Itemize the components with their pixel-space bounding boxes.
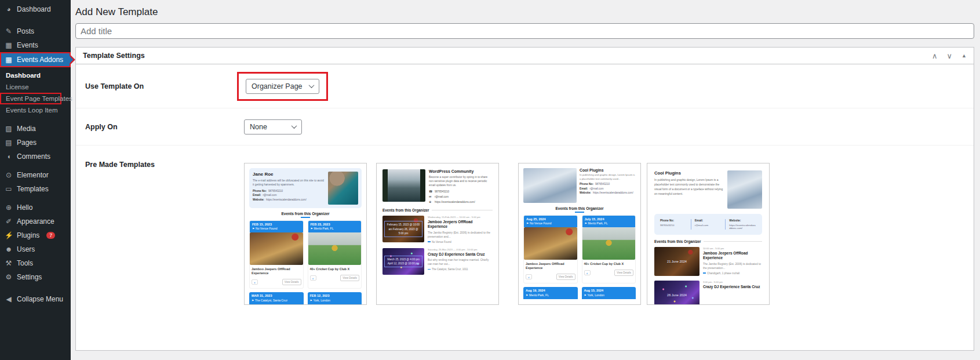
event-title: 40+ Cricket Cup by Club X — [582, 260, 636, 268]
sidebar-item-settings[interactable]: ⚙ Settings — [0, 270, 71, 284]
location-pin-icon: ⚑ — [526, 222, 529, 226]
move-down-icon[interactable]: ∨ — [947, 52, 953, 60]
heading-underline — [301, 217, 310, 218]
event-venue: Menlo Park, FL — [529, 293, 549, 297]
sliders-icon: ⚙ — [5, 273, 13, 281]
event-image-overlay-text: February 15, 2023 @ 10:00 am February 26… — [384, 221, 422, 237]
sidebar-item-tools[interactable]: ⚒ Tools — [0, 256, 71, 270]
use-template-on-label: Use Template On — [85, 82, 237, 90]
sidebar-item-plugins[interactable]: ⚡ Plugins 7 — [0, 228, 71, 242]
template-card-1[interactable]: Jane Roe The e-mail address will be obfu… — [244, 163, 367, 305]
submenu-item-event-page-templates[interactable]: Event Page Templates — [0, 93, 61, 104]
events-addons-submenu: Dashboard License Event Page Templates E… — [0, 67, 71, 122]
move-up-icon[interactable]: ∧ — [932, 52, 938, 60]
share-button[interactable]: ‹ — [526, 274, 532, 279]
premade-templates-row: Pre Made Templates Jane Roe The e-mail a… — [76, 146, 974, 351]
email-label: Email: — [580, 187, 588, 190]
event-image: 21 June 2024 — [654, 247, 700, 276]
event-venue: York, London — [588, 293, 604, 297]
event-venue: No Venue Found — [256, 227, 278, 231]
sidebar-item-events-addons[interactable]: ▦ Events Addons — [0, 52, 71, 67]
event-grid: FEB 15, 2023 ⚑No Venue Found Jamboo Jeep… — [249, 220, 362, 289]
event-date: Aug 25, 2024 — [526, 217, 575, 222]
sidebar-item-pages[interactable]: ▤ Pages — [0, 136, 71, 150]
sidebar-item-appearance[interactable]: ✐ Appearance — [0, 214, 71, 228]
use-template-on-select[interactable]: Organizer Page — [246, 79, 319, 94]
template-card-3[interactable]: Cool Plugins In publishing and graphic d… — [518, 163, 641, 305]
submenu-item-events-loop-item[interactable]: Events Loop Item — [0, 104, 71, 116]
share-button[interactable]: ‹ — [584, 270, 591, 275]
submenu-item-dashboard[interactable]: Dashboard — [0, 70, 71, 81]
user-icon: ☻ — [5, 245, 13, 253]
organizer-description: Become a super contributor by opting in … — [429, 175, 493, 187]
template-card-2[interactable]: WordPress Community Become a super contr… — [376, 163, 499, 305]
event-image — [524, 227, 577, 260]
plug-icon: ⚡ — [5, 231, 13, 239]
phone-label: Phone No: — [253, 190, 267, 192]
sidebar-item-elementor[interactable]: ⊙ Elementor — [0, 168, 71, 182]
organizer-photo — [328, 172, 358, 205]
event-date: FEB 23, 2023 — [311, 223, 359, 227]
location-pin-icon: ⚑ — [252, 299, 254, 303]
sidebar-item-events[interactable]: ▦ Events — [0, 38, 71, 52]
events-heading: Events from this Organizer — [523, 206, 636, 210]
sidebar-item-media[interactable]: ▨ Media — [0, 122, 71, 136]
phone-value: 9876543210 — [595, 183, 610, 186]
view-details-button[interactable]: View Details — [282, 279, 301, 285]
submenu-item-license[interactable]: License — [0, 81, 71, 93]
event-title: Jamboo Jeepers OffRoad Experience — [250, 265, 303, 278]
email-value: r@mail.com — [589, 187, 603, 190]
organizer-name: WordPress Community — [429, 169, 493, 173]
organizer-name: Cool Plugins — [580, 168, 636, 172]
event-title: Crazy DJ Experience Santa Cruz — [428, 252, 493, 257]
sidebar-item-dashboard[interactable]: ◕ Dashboard — [0, 0, 71, 16]
organizer-description: The e-mail address will be obfuscated on… — [253, 179, 325, 187]
event-date: July 15, 2024 — [585, 217, 633, 222]
sidebar-item-posts[interactable]: ✎ Posts — [0, 24, 71, 38]
event-date: MAR 31, 2023 — [252, 294, 301, 299]
view-details-button[interactable]: View Details — [556, 274, 575, 280]
venue-dash-icon — [428, 241, 431, 242]
sidebar-item-collapse-menu[interactable]: ◀ Collapse Menu — [0, 292, 71, 306]
apply-on-select[interactable]: None — [244, 119, 302, 134]
post-title-input[interactable] — [75, 23, 974, 39]
media-icon: ▨ — [5, 125, 13, 133]
sidebar-item-label: Collapse Menu — [17, 295, 63, 303]
event-image: March 25, 2023 @ 4:00 pm April 12, 2023 … — [382, 248, 424, 275]
template-card-4[interactable]: Cool Plugins In publishing and graphic d… — [647, 163, 770, 305]
sidebar-item-templates[interactable]: ▭ Templates — [0, 182, 71, 196]
event-datetime: 3:00 pm - 5:00 pm — [703, 281, 762, 283]
events-heading: Events from this Organizer — [654, 239, 701, 243]
sidebar-item-label: Users — [17, 245, 35, 253]
comment-bubble-icon: ◖ — [5, 152, 13, 161]
organizer-photo — [382, 169, 425, 202]
share-button[interactable]: ‹ — [310, 275, 316, 281]
event-card: Aug 25, 2024 ⚑No Venue Found Jamboo Jeep… — [523, 215, 578, 284]
share-icon: ‹ — [254, 281, 256, 284]
sidebar-item-users[interactable]: ☻ Users — [0, 242, 71, 256]
sidebar-item-label: Comments — [17, 152, 50, 161]
event-description: The Jambo Registry (Est. 2006) is dedica… — [703, 262, 762, 270]
metabox-title: Template Settings — [83, 52, 145, 60]
event-title: Jamboo Jeepers OffRoad Experience — [428, 220, 493, 230]
pushpin-icon: ✎ — [5, 27, 13, 35]
sidebar-item-hello[interactable]: ⊕ Hello — [0, 201, 71, 214]
share-button[interactable]: ‹ — [252, 279, 258, 285]
annotation-box-use-template-on: Organizer Page — [237, 72, 328, 101]
venue-dash-icon — [703, 272, 706, 274]
view-details-button[interactable]: View Details — [340, 275, 359, 281]
event-date-bar: Aug 25, 2024 ⚑No Venue Found — [524, 216, 577, 228]
phone-label: Phone No: — [580, 183, 593, 186]
sidebar-item-comments[interactable]: ◖ Comments — [0, 150, 71, 163]
calendar-addons-icon: ▦ — [5, 56, 13, 64]
toggle-panel-icon[interactable]: ▲ — [961, 53, 967, 59]
more-events-grid: MAR 31, 2023 ⚑The Catalyst, Santa Cruz F… — [249, 292, 362, 304]
location-pin-icon: ⚑ — [584, 294, 586, 297]
event-image-overlay-text: 21 June 2024 — [665, 258, 688, 266]
brush-icon: ✐ — [5, 217, 13, 226]
email-icon: ✉ — [429, 195, 432, 198]
globe-icon: ⊕ — [429, 200, 432, 203]
folder-icon: ▭ — [5, 185, 13, 193]
chevron-down-icon — [292, 123, 297, 129]
view-details-button[interactable]: View Details — [614, 270, 633, 276]
